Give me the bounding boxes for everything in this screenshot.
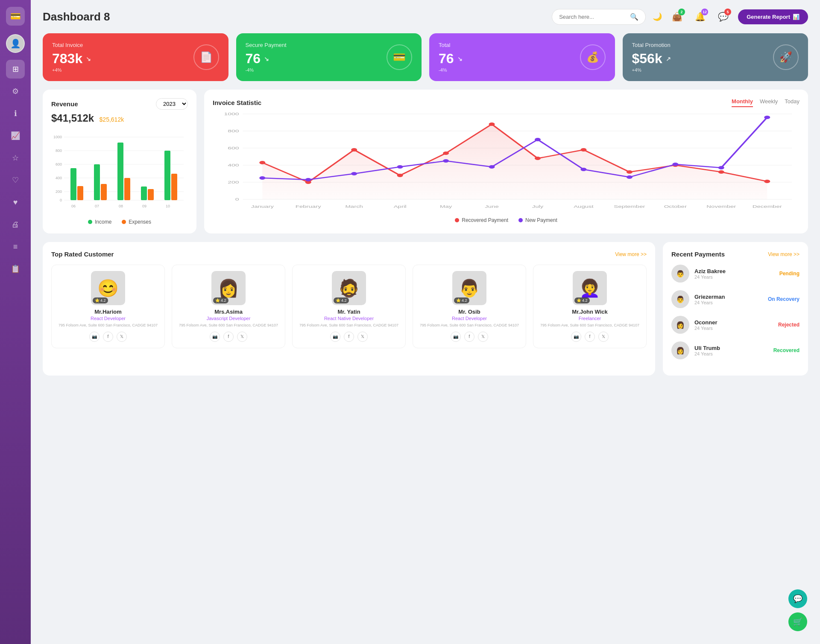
tab-today[interactable]: Today [785,98,800,107]
customer-photo-1: 👩 ⭐4.2 [211,271,246,305]
svg-text:1000: 1000 [224,112,239,116]
svg-text:February: February [296,204,322,209]
bell-icon-btn[interactable]: 🔔 12 [692,9,708,25]
svg-text:400: 400 [56,176,62,180]
svg-text:07: 07 [95,204,99,208]
customer-2-twitter[interactable]: 𝕏 [357,332,368,342]
customer-1-facebook[interactable]: f [223,332,234,342]
payment-item-3: 👩 Uli Trumb 24 Years Recovered [671,341,800,359]
sidebar-logo[interactable]: 💳 [6,7,25,26]
customer-photo-3: 👨 ⭐4.2 [452,271,486,305]
sidebar-item-activity[interactable]: 📈 [6,126,25,145]
search-box[interactable]: 🔍 [552,9,646,25]
payment-age-3: 24 Years [694,351,768,356]
customer-3-facebook[interactable]: f [464,332,474,342]
charts-row: Revenue 2023 2022 2021 $41,512k $25,612k [43,90,808,233]
sidebar-item-info[interactable]: ℹ [6,104,25,123]
revenue-title: Revenue [51,100,78,108]
svg-point-61 [672,163,678,166]
svg-point-51 [764,180,770,183]
customers-view-more[interactable]: View more >> [615,251,647,257]
user-avatar[interactable]: 👤 [6,34,25,53]
svg-rect-17 [124,178,130,200]
svg-text:0: 0 [235,197,239,201]
svg-text:06: 06 [71,204,76,208]
customer-2-instagram[interactable]: 📷 [330,332,340,342]
svg-point-62 [718,166,724,169]
svg-text:1000: 1000 [53,135,62,139]
svg-point-54 [351,172,357,175]
customer-name-1: Mrs.Asima [178,309,279,315]
info-icon: ℹ [14,109,17,118]
payment-item-1: 👨 Griezerman 24 Years On Recovery [671,290,800,308]
customer-4-twitter[interactable]: 𝕏 [598,332,609,342]
support-float-button[interactable]: 💬 [788,589,807,608]
customer-1-twitter[interactable]: 𝕏 [237,332,247,342]
logo-icon: 💳 [10,11,21,21]
generate-report-button[interactable]: Generate Report 📊 [738,9,808,24]
customer-0-facebook[interactable]: f [103,332,113,342]
wallet-icon-btn[interactable]: 👜 2 [669,9,685,25]
cart-float-button[interactable]: 🛒 [788,612,807,631]
sidebar-item-menu[interactable]: ≡ [6,237,25,256]
legend-new-payment: New Payment [518,217,557,223]
customers-title: Top Rated Customer [51,251,114,258]
svg-point-52 [259,176,265,180]
invoice-chart-card: Invoice Statistic Monthly Weekly Today [204,90,808,233]
heart-outline-icon: ♡ [12,175,19,185]
customer-name-0: Mr.Hariom [58,309,158,315]
sidebar-item-favorites[interactable]: ☆ [6,149,25,167]
customer-addr-3: 795 Folsom Ave, Suite 600 San Francisco,… [419,323,520,328]
customer-addr-0: 795 Folsom Ave, Suite 600 San Francisco,… [58,323,158,328]
payment-status-3: Recovered [773,347,800,353]
customer-2-facebook[interactable]: f [344,332,354,342]
sidebar-item-list[interactable]: 📋 [6,259,25,278]
gear-icon: ⚙ [12,87,19,96]
search-icon: 🔍 [630,13,638,21]
search-input[interactable] [559,14,627,20]
sidebar-item-heart[interactable]: ♡ [6,171,25,189]
chat-icon-btn[interactable]: 💬 5 [715,9,731,25]
chat-badge: 5 [724,9,731,15]
svg-text:200: 200 [228,180,239,184]
sidebar-item-dashboard[interactable]: ⊞ [6,60,25,79]
svg-rect-19 [148,189,154,200]
sidebar-item-heart2[interactable]: ♥ [6,193,25,212]
payment-age-0: 24 Years [694,274,774,280]
payments-view-more[interactable]: View more >> [768,251,800,257]
payment-age-1: 24 Years [694,300,763,305]
customer-role-4: Freelancer [539,316,640,321]
page-title: Dashboard 8 [43,10,110,23]
svg-text:May: May [440,204,452,209]
svg-rect-14 [94,164,100,200]
customer-1-instagram[interactable]: 📷 [210,332,220,342]
customer-0-instagram[interactable]: 📷 [89,332,100,342]
cart-icon: 🛒 [793,617,802,627]
customer-3-twitter[interactable]: 𝕏 [478,332,488,342]
customer-4-facebook[interactable]: f [585,332,595,342]
payment-avatar-1: 👨 [671,290,689,308]
dark-mode-toggle[interactable]: 🌙 [653,12,662,21]
invoice-title: Invoice Statistic [213,99,261,106]
customer-4-instagram[interactable]: 📷 [571,332,581,342]
sidebar: 💳 👤 ⊞ ⚙ ℹ 📈 ☆ ♡ ♥ 🖨 ≡ 📋 [0,0,31,644]
svg-rect-20 [164,151,170,200]
customer-3-instagram[interactable]: 📷 [451,332,461,342]
customer-photo-2: 🧔 ⭐4.2 [332,271,366,305]
sidebar-item-print[interactable]: 🖨 [6,215,25,234]
legend-income: Income [88,219,111,225]
tab-weekly[interactable]: Weekly [760,98,778,107]
svg-text:400: 400 [228,163,239,167]
customer-0-twitter[interactable]: 𝕏 [117,332,127,342]
sidebar-item-settings[interactable]: ⚙ [6,82,25,101]
tab-monthly[interactable]: Monthly [732,98,753,107]
svg-rect-18 [141,186,147,200]
svg-point-40 [259,161,265,164]
svg-rect-12 [70,168,76,200]
svg-text:200: 200 [56,189,62,194]
svg-point-58 [535,138,541,141]
chart-icon: 📊 [793,14,800,20]
year-selector[interactable]: 2023 2022 2021 [156,98,188,110]
customer-name-2: Mr. Yatin [299,309,399,315]
customer-role-1: Javascript Developer [178,316,279,321]
